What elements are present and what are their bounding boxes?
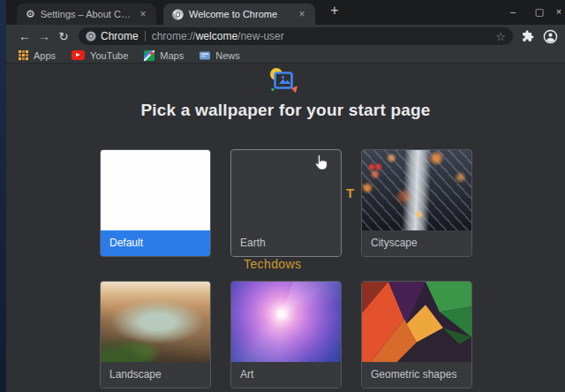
wallpaper-card-art[interactable]: Art [230,281,342,388]
bookmark-maps[interactable]: Maps [144,50,184,61]
youtube-icon [72,50,85,60]
maximize-button[interactable]: ▢ [526,0,553,23]
site-chip: Chrome [86,30,139,42]
window-controls: – ▢ × [500,0,565,23]
wallpaper-thumb-cityscape [362,150,471,230]
wallpaper-card-landscape[interactable]: Landscape [100,281,211,388]
wallpaper-label: Landscape [101,362,210,388]
wallpaper-thumb-earth [231,150,341,230]
close-tab-icon[interactable]: × [296,8,308,20]
maps-icon [144,50,154,61]
browser-window: ⚙ Settings – About Chrome × Welcome to C… [0,0,565,392]
desktop-background-edge [0,0,6,392]
profile-avatar-icon[interactable] [543,29,558,44]
minimize-button[interactable]: – [500,0,526,23]
bookmark-apps[interactable]: Apps [19,50,56,61]
forward-button[interactable]: → [34,29,54,43]
back-button[interactable]: ← [15,29,34,43]
tab-title: Welcome to Chrome [189,9,290,19]
news-icon [200,50,210,61]
wallpaper-label: Earth [231,230,341,256]
gear-icon: ⚙ [26,9,35,19]
url-text: chrome://welcome/new-user [152,30,491,42]
wallpaper-thumb-default [101,150,210,230]
chrome-icon [172,9,184,20]
wallpaper-label: Geometric shapes [362,362,471,388]
wallpaper-card-geometric[interactable]: Geometric shapes [361,281,472,388]
bookmark-youtube[interactable]: YouTube [72,50,128,61]
wallpaper-label: Default [101,230,210,256]
wallpaper-label: Art [231,362,341,388]
omnibox-divider [145,31,146,41]
hand-cursor-icon [313,154,328,171]
url-scheme: chrome:// [152,30,196,42]
wallpaper-card-cityscape[interactable]: Cityscape [361,149,472,257]
bookmark-star-icon[interactable]: ☆ [495,30,506,43]
wallpaper-thumb-landscape [101,282,210,362]
close-tab-icon[interactable]: × [137,8,149,20]
bookmark-label: Apps [34,50,56,61]
page-title: Pick a wallpaper for your start page [6,101,565,120]
bookmarks-bar: Apps YouTube Maps [6,48,565,64]
tab-strip: ⚙ Settings – About Chrome × Welcome to C… [6,0,565,25]
apps-grid-icon [19,50,28,60]
close-window-button[interactable]: × [553,0,565,23]
wallpaper-thumb-geometric [362,282,471,362]
address-bar[interactable]: Chrome chrome://welcome/new-user ☆ [79,27,513,45]
tab-title: Settings – About Chrome [41,9,132,19]
bookmark-label: Maps [160,50,184,61]
chrome-page-icon [86,31,96,41]
bookmark-label: YouTube [90,50,128,61]
url-path: /new-user [237,30,284,42]
tab-welcome-to-chrome[interactable]: Welcome to Chrome × [163,4,315,25]
watermark-text: Techdows [244,257,301,271]
browser-toolbar: ← → ↻ Chrome chrome://welcome/new-user ☆ [6,25,565,48]
watermark-letter: T [346,185,354,200]
reload-button[interactable]: ↻ [54,30,73,43]
wallpaper-picker-icon [261,65,300,97]
url-host: welcome [196,30,237,42]
new-tab-button[interactable]: + [324,2,345,21]
wallpaper-card-default[interactable]: Default [100,149,211,257]
extensions-icon[interactable] [522,30,534,42]
geometric-art [362,282,471,362]
wallpaper-label: Cityscape [362,230,471,256]
site-chip-label: Chrome [101,30,139,42]
tab-settings-about-chrome[interactable]: ⚙ Settings – About Chrome × [17,4,156,25]
wallpaper-thumb-art [231,282,341,362]
bookmark-label: News [215,50,240,61]
bookmark-news[interactable]: News [200,50,240,61]
wallpaper-card-earth[interactable]: Earth [230,149,342,257]
